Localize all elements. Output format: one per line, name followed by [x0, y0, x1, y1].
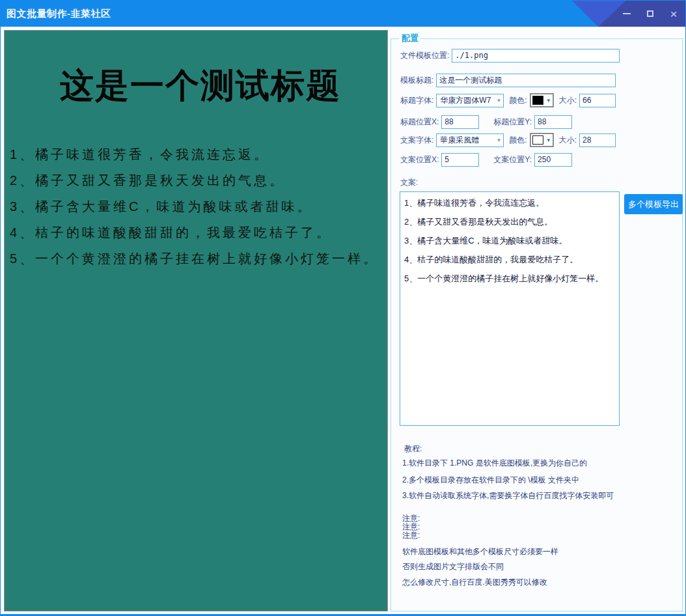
field-row-template-path: 文件模板位置: — [400, 48, 677, 63]
minimize-button[interactable] — [620, 7, 633, 20]
title-pos-y-label: 标题位置Y: — [493, 117, 532, 128]
field-row-template-title: 模板标题: — [400, 73, 677, 87]
preview-body-line: 3、橘子含大量维C，味道为酸味或者甜味。 — [10, 198, 313, 216]
content-textarea[interactable]: 1、橘子味道很芳香，令我流连忘返。 2、橘子又甜又香那是秋天发出的气息。 3、橘… — [400, 191, 620, 426]
field-row-title-font: 标题字体: 华康方圆体W7 ▼ 颜色: ▼ 大小: — [400, 93, 677, 107]
title-color-swatch — [532, 96, 543, 105]
field-row-body-font: 文案字体: 華康采風體 ▼ 颜色: ▼ 大小: — [400, 133, 677, 147]
window-title: 图文批量制作-韭菜社区 — [7, 8, 111, 20]
title-color-label: 颜色: — [509, 95, 527, 106]
title-size-input[interactable] — [579, 94, 616, 107]
title-pos-x-input[interactable] — [441, 115, 479, 129]
preview-body-line: 1、橘子味道很芳香，令我流连忘返。 — [10, 146, 269, 163]
window-controls: × — [620, 1, 680, 27]
preview-canvas: 这是一个测试标题 1、橘子味道很芳香，令我流连忘返。 2、橘子又甜又香那是秋天发… — [4, 30, 388, 611]
close-button[interactable]: × — [667, 7, 680, 20]
maximize-icon — [647, 10, 653, 17]
app-window: 图文批量制作-韭菜社区 × 这是一个测试标题 1、橘子味道很芳香，令我流连忘返。… — [0, 0, 686, 616]
template-title-label: 模板标题: — [400, 75, 433, 86]
body-font-select[interactable]: 華康采風體 ▼ — [436, 133, 504, 147]
notice-line: 软件底图模板和其他多个模板尺寸必须要一样 — [402, 546, 558, 557]
titlebar[interactable]: 图文批量制作-韭菜社区 × — [1, 1, 685, 27]
notice-line: 怎么修改尺寸,自行百度.美图秀秀可以修改 — [402, 577, 547, 588]
preview-body-line: 2、橘子又甜又香那是秋天发出的气息。 — [10, 172, 285, 189]
chevron-down-icon: ▼ — [496, 137, 501, 143]
maximize-button[interactable] — [644, 7, 657, 20]
body-color-swatch — [532, 135, 543, 145]
chevron-down-icon: ▼ — [546, 98, 551, 104]
notice-line: 否则生成图片文字排版会不同 — [402, 561, 504, 572]
tutorial-line: 3.软件自动读取系统字体,需要换字体自行百度找字体安装即可 — [402, 490, 614, 501]
tutorial-heading: 教程: — [404, 443, 422, 455]
body-pos-x-label: 文案位置X: — [400, 154, 439, 165]
main-content: 这是一个测试标题 1、橘子味道很芳香，令我流连忘返。 2、橘子又甜又香那是秋天发… — [1, 27, 686, 615]
config-group-label: 配置 — [399, 33, 421, 44]
close-icon: × — [670, 8, 677, 20]
notice-label: 注意: — [402, 530, 420, 541]
tutorial-line: 2.多个模板目录存放在软件目录下的 \模板 文件夹中 — [402, 475, 579, 486]
field-row-body-position: 文案位置X: 文案位置Y: — [400, 152, 677, 167]
tutorial-line: 1.软件目录下 1.PNG 是软件底图模板,更换为你自己的 — [402, 458, 587, 469]
preview-body-line: 5、一个个黄澄澄的橘子挂在树上就好像小灯笼一样。 — [10, 250, 379, 268]
body-pos-y-input[interactable] — [534, 153, 572, 167]
body-font-value: 華康采風體 — [440, 135, 479, 146]
body-size-label: 大小: — [559, 135, 577, 146]
body-color-label: 颜色: — [509, 135, 527, 146]
body-pos-x-input[interactable] — [441, 153, 479, 167]
config-panel: 配置 文件模板位置: 模板标题: 标题字体: 华康方圆体W7 ▼ 颜色: — [389, 30, 683, 613]
chevron-down-icon: ▼ — [546, 137, 551, 143]
title-size-label: 大小: — [559, 95, 577, 106]
field-row-title-position: 标题位置X: 标题位置Y: — [400, 115, 677, 129]
title-font-select[interactable]: 华康方圆体W7 ▼ — [436, 94, 504, 107]
template-title-input[interactable] — [436, 74, 616, 87]
body-size-input[interactable] — [579, 133, 616, 147]
template-path-label: 文件模板位置: — [400, 50, 449, 61]
template-path-input[interactable] — [452, 49, 620, 63]
body-pos-y-label: 文案位置Y: — [493, 154, 532, 165]
preview-body-line: 4、桔子的味道酸酸甜甜的，我最爱吃桔子了。 — [10, 224, 332, 242]
title-color-select[interactable]: ▼ — [530, 93, 554, 107]
chevron-down-icon: ▼ — [496, 98, 501, 104]
export-templates-button[interactable]: 多个模板导出 — [624, 194, 683, 214]
title-pos-x-label: 标题位置X: — [400, 117, 439, 128]
preview-title-text: 这是一个测试标题 — [60, 63, 341, 109]
title-font-value: 华康方圆体W7 — [440, 95, 491, 106]
content-label: 文案: — [400, 177, 418, 188]
title-font-label: 标题字体: — [400, 95, 433, 106]
body-color-select[interactable]: ▼ — [530, 133, 554, 147]
minimize-icon — [623, 13, 631, 14]
body-font-label: 文案字体: — [400, 135, 433, 146]
title-pos-y-input[interactable] — [534, 115, 572, 129]
